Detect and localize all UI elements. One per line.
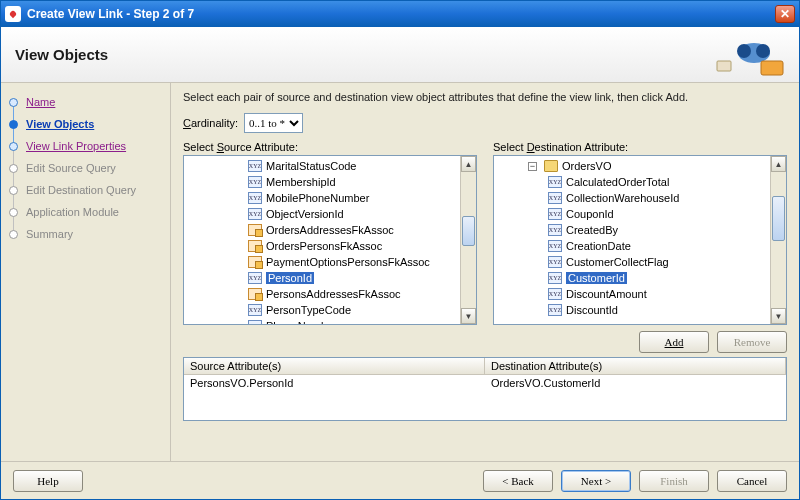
wizard-header: View Objects [1,27,799,83]
tree-node-label: OrdersAddressesFkAssoc [266,224,394,236]
cardinality-row: Cardinality: 0..1 to * [183,113,787,133]
attribute-icon: XYZ [548,304,562,316]
cancel-button[interactable]: Cancel [717,470,787,492]
tree-node-label: DiscountAmount [566,288,647,300]
attribute-icon: XYZ [248,320,262,324]
cardinality-select[interactable]: 0..1 to * [244,113,303,133]
attributes-grid[interactable]: Source Attribute(s) Destination Attribut… [183,357,787,421]
tree-node-label: PaymentOptionsPersonsFkAssoc [266,256,430,268]
svg-point-1 [737,44,751,58]
trees-row: Select Source Attribute: XYZMaritalStatu… [183,141,787,325]
attribute-icon: XYZ [248,192,262,204]
tree-node-label: DiscountId [566,304,618,316]
tree-node-PersonsAddressesFkAssoc[interactable]: PersonsAddressesFkAssoc [190,286,458,302]
attribute-icon: XYZ [548,192,562,204]
back-button[interactable]: < Back [483,470,553,492]
tree-node-OrdersVO[interactable]: −OrdersVO [500,158,768,174]
source-scrollbar[interactable]: ▲ ▼ [460,156,476,324]
dest-tree-label: Select Destination Attribute: [493,141,787,153]
tree-node-CouponId[interactable]: XYZCouponId [500,206,768,222]
scroll-down-icon[interactable]: ▼ [771,308,786,324]
nav-step-view-objects[interactable]: View Objects [9,113,160,135]
attribute-icon: XYZ [248,160,262,172]
header-decoration [709,31,789,79]
close-button[interactable]: ✕ [775,5,795,23]
wizard-body: NameView ObjectsView Link PropertiesEdit… [1,83,799,461]
tree-node-label: ObjectVersionId [266,208,344,220]
tree-node-DiscountAmount[interactable]: XYZDiscountAmount [500,286,768,302]
help-button[interactable]: Help [13,470,83,492]
svg-rect-4 [717,61,731,71]
tree-node-CreatedBy[interactable]: XYZCreatedBy [500,222,768,238]
nav-step-view-link-properties[interactable]: View Link Properties [9,135,160,157]
grid-cell-source: PersonsVO.PersonId [184,375,485,391]
tree-node-CustomerId[interactable]: XYZCustomerId [500,270,768,286]
grid-col-source: Source Attribute(s) [184,358,485,374]
dest-tree[interactable]: −OrdersVOXYZCalculatedOrderTotalXYZColle… [493,155,787,325]
tree-node-CollectionWarehouseId[interactable]: XYZCollectionWarehouseId [500,190,768,206]
tree-node-OrdersPersonsFkAssoc[interactable]: OrdersPersonsFkAssoc [190,238,458,254]
step-nav: NameView ObjectsView Link PropertiesEdit… [1,83,171,461]
tree-node-DiscountId[interactable]: XYZDiscountId [500,302,768,318]
attribute-icon: XYZ [548,208,562,220]
attribute-icon: XYZ [248,208,262,220]
tree-node-label: MembershipId [266,176,336,188]
tree-node-MobilePhoneNumber[interactable]: XYZMobilePhoneNumber [190,190,458,206]
tree-node-PersonTypeCode[interactable]: XYZPersonTypeCode [190,302,458,318]
tree-node-MembershipId[interactable]: XYZMembershipId [190,174,458,190]
tree-node-label: PersonTypeCode [266,304,351,316]
scroll-up-icon[interactable]: ▲ [461,156,476,172]
scroll-down-icon[interactable]: ▼ [461,308,476,324]
grid-col-dest: Destination Attribute(s) [485,358,786,374]
tree-node-label: CustomerId [566,272,627,284]
svg-point-2 [756,44,770,58]
grid-row[interactable]: PersonsVO.PersonId OrdersVO.CustomerId [184,375,786,391]
assoc-icon [248,256,262,268]
attribute-icon: XYZ [548,288,562,300]
dest-scrollbar[interactable]: ▲ ▼ [770,156,786,324]
tree-node-MaritalStatusCode[interactable]: XYZMaritalStatusCode [190,158,458,174]
tree-node-OrdersAddressesFkAssoc[interactable]: OrdersAddressesFkAssoc [190,222,458,238]
finish-button[interactable]: Finish [639,470,709,492]
nav-step-summary: Summary [9,223,160,245]
assoc-icon [248,224,262,236]
tree-node-CalculatedOrderTotal[interactable]: XYZCalculatedOrderTotal [500,174,768,190]
tree-node-label: OrdersPersonsFkAssoc [266,240,382,252]
tree-node-CustomerCollectFlag[interactable]: XYZCustomerCollectFlag [500,254,768,270]
nav-step-name[interactable]: Name [9,91,160,113]
nav-step-application-module: Application Module [9,201,160,223]
collapse-icon[interactable]: − [528,162,537,171]
scroll-thumb[interactable] [772,196,785,241]
attribute-icon: XYZ [548,176,562,188]
view-object-icon [544,160,558,172]
cardinality-label: Cardinality: [183,117,238,129]
tree-node-label: MobilePhoneNumber [266,192,369,204]
wizard-footer: Help < Back Next > Finish Cancel [1,461,799,499]
tree-node-label: PhoneNumber [266,320,337,324]
attribute-icon: XYZ [548,240,562,252]
tree-node-label: PersonId [266,272,314,284]
scroll-up-icon[interactable]: ▲ [771,156,786,172]
instruction-text: Select each pair of source and destinati… [183,91,787,103]
title-bar: Create View Link - Step 2 of 7 ✕ [1,1,799,27]
tree-node-PersonId[interactable]: XYZPersonId [190,270,458,286]
page-title: View Objects [15,46,108,63]
next-button[interactable]: Next > [561,470,631,492]
tree-node-label: CalculatedOrderTotal [566,176,669,188]
source-tree[interactable]: XYZMaritalStatusCodeXYZMembershipIdXYZMo… [183,155,477,325]
tree-node-CreationDate[interactable]: XYZCreationDate [500,238,768,254]
add-button[interactable]: Add [639,331,709,353]
attribute-icon: XYZ [248,272,262,284]
tree-node-PhoneNumber[interactable]: XYZPhoneNumber [190,318,458,324]
remove-button[interactable]: Remove [717,331,787,353]
wizard-window: Create View Link - Step 2 of 7 ✕ View Ob… [0,0,800,500]
attribute-icon: XYZ [248,176,262,188]
tree-node-PaymentOptionsPersonsFkAssoc[interactable]: PaymentOptionsPersonsFkAssoc [190,254,458,270]
source-tree-label: Select Source Attribute: [183,141,477,153]
tree-node-ObjectVersionId[interactable]: XYZObjectVersionId [190,206,458,222]
main-panel: Select each pair of source and destinati… [171,83,799,461]
grid-header: Source Attribute(s) Destination Attribut… [184,358,786,375]
grid-cell-dest: OrdersVO.CustomerId [485,375,786,391]
nav-step-edit-source-query: Edit Source Query [9,157,160,179]
scroll-thumb[interactable] [462,216,475,246]
